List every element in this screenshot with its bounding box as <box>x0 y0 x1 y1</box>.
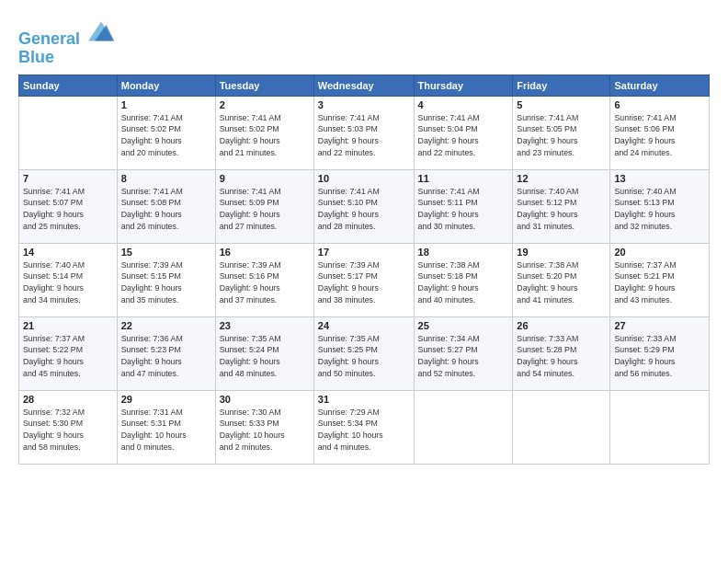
calendar-cell <box>610 390 710 464</box>
weekday-header-monday: Monday <box>117 75 215 96</box>
day-info: Sunrise: 7:39 AMSunset: 5:17 PMDaylight:… <box>318 259 410 306</box>
calendar-cell: 19Sunrise: 7:38 AMSunset: 5:20 PMDayligh… <box>513 243 610 316</box>
calendar-cell: 13Sunrise: 7:40 AMSunset: 5:13 PMDayligh… <box>610 169 710 243</box>
day-info: Sunrise: 7:37 AMSunset: 5:22 PMDaylight:… <box>23 333 113 380</box>
logo-blue: Blue <box>18 49 114 67</box>
day-info: Sunrise: 7:38 AMSunset: 5:18 PMDaylight:… <box>418 259 509 306</box>
calendar-cell: 28Sunrise: 7:32 AMSunset: 5:30 PMDayligh… <box>19 390 118 464</box>
calendar-cell: 11Sunrise: 7:41 AMSunset: 5:11 PMDayligh… <box>414 169 513 243</box>
day-number: 12 <box>517 173 606 184</box>
day-info: Sunrise: 7:41 AMSunset: 5:02 PMDaylight:… <box>121 112 211 159</box>
calendar-week-row: 7Sunrise: 7:41 AMSunset: 5:07 PMDaylight… <box>19 169 710 243</box>
day-number: 21 <box>23 320 113 331</box>
day-number: 9 <box>220 173 310 184</box>
calendar-cell: 15Sunrise: 7:39 AMSunset: 5:15 PMDayligh… <box>117 243 215 316</box>
calendar-week-row: 1Sunrise: 7:41 AMSunset: 5:02 PMDaylight… <box>19 96 710 169</box>
calendar-cell: 26Sunrise: 7:33 AMSunset: 5:28 PMDayligh… <box>513 316 610 390</box>
day-info: Sunrise: 7:34 AMSunset: 5:27 PMDaylight:… <box>418 333 509 380</box>
calendar-cell: 14Sunrise: 7:40 AMSunset: 5:14 PMDayligh… <box>19 243 118 316</box>
day-number: 22 <box>121 320 211 331</box>
day-number: 15 <box>121 247 211 258</box>
day-info: Sunrise: 7:30 AMSunset: 5:33 PMDaylight:… <box>220 407 310 454</box>
calendar-cell: 6Sunrise: 7:41 AMSunset: 5:06 PMDaylight… <box>610 96 710 169</box>
logo-general: General <box>18 29 80 48</box>
day-number: 11 <box>418 173 509 184</box>
day-info: Sunrise: 7:40 AMSunset: 5:12 PMDaylight:… <box>517 186 606 233</box>
day-number: 7 <box>23 173 113 184</box>
calendar-cell <box>513 390 610 464</box>
day-info: Sunrise: 7:33 AMSunset: 5:28 PMDaylight:… <box>517 333 606 380</box>
day-info: Sunrise: 7:40 AMSunset: 5:14 PMDaylight:… <box>23 259 113 306</box>
weekday-header-thursday: Thursday <box>414 75 513 96</box>
day-info: Sunrise: 7:41 AMSunset: 5:02 PMDaylight:… <box>220 112 310 159</box>
calendar-cell: 16Sunrise: 7:39 AMSunset: 5:16 PMDayligh… <box>215 243 313 316</box>
calendar-cell: 25Sunrise: 7:34 AMSunset: 5:27 PMDayligh… <box>414 316 513 390</box>
day-info: Sunrise: 7:31 AMSunset: 5:31 PMDaylight:… <box>121 407 211 454</box>
day-number: 6 <box>614 99 705 110</box>
calendar-cell: 4Sunrise: 7:41 AMSunset: 5:04 PMDaylight… <box>414 96 513 169</box>
day-info: Sunrise: 7:41 AMSunset: 5:07 PMDaylight:… <box>23 186 113 233</box>
weekday-header-tuesday: Tuesday <box>215 75 313 96</box>
day-info: Sunrise: 7:39 AMSunset: 5:15 PMDaylight:… <box>121 259 211 306</box>
calendar-cell: 8Sunrise: 7:41 AMSunset: 5:08 PMDaylight… <box>117 169 215 243</box>
day-info: Sunrise: 7:38 AMSunset: 5:20 PMDaylight:… <box>517 259 606 306</box>
weekday-header-saturday: Saturday <box>610 75 710 96</box>
calendar-table: SundayMondayTuesdayWednesdayThursdayFrid… <box>18 75 710 465</box>
logo-icon <box>88 18 114 44</box>
day-number: 5 <box>517 99 606 110</box>
day-info: Sunrise: 7:41 AMSunset: 5:09 PMDaylight:… <box>220 186 310 233</box>
day-number: 8 <box>121 173 211 184</box>
calendar-cell: 12Sunrise: 7:40 AMSunset: 5:12 PMDayligh… <box>513 169 610 243</box>
day-number: 23 <box>220 320 310 331</box>
day-info: Sunrise: 7:36 AMSunset: 5:23 PMDaylight:… <box>121 333 211 380</box>
day-number: 26 <box>517 320 606 331</box>
day-number: 19 <box>517 247 606 258</box>
day-number: 3 <box>318 99 410 110</box>
day-number: 17 <box>318 247 410 258</box>
day-info: Sunrise: 7:40 AMSunset: 5:13 PMDaylight:… <box>614 186 705 233</box>
calendar-cell: 18Sunrise: 7:38 AMSunset: 5:18 PMDayligh… <box>414 243 513 316</box>
calendar-cell <box>19 96 118 169</box>
calendar-cell: 17Sunrise: 7:39 AMSunset: 5:17 PMDayligh… <box>313 243 414 316</box>
day-info: Sunrise: 7:41 AMSunset: 5:04 PMDaylight:… <box>418 112 509 159</box>
calendar-week-row: 28Sunrise: 7:32 AMSunset: 5:30 PMDayligh… <box>19 390 710 464</box>
day-number: 13 <box>614 173 705 184</box>
calendar-cell: 27Sunrise: 7:33 AMSunset: 5:29 PMDayligh… <box>610 316 710 390</box>
calendar-cell: 31Sunrise: 7:29 AMSunset: 5:34 PMDayligh… <box>313 390 414 464</box>
logo: General Blue <box>18 18 114 67</box>
header: General Blue <box>18 15 710 67</box>
day-number: 27 <box>614 320 705 331</box>
day-info: Sunrise: 7:37 AMSunset: 5:21 PMDaylight:… <box>614 259 705 306</box>
calendar-cell: 5Sunrise: 7:41 AMSunset: 5:05 PMDaylight… <box>513 96 610 169</box>
calendar-cell: 23Sunrise: 7:35 AMSunset: 5:24 PMDayligh… <box>215 316 313 390</box>
day-info: Sunrise: 7:32 AMSunset: 5:30 PMDaylight:… <box>23 407 113 454</box>
calendar-cell: 7Sunrise: 7:41 AMSunset: 5:07 PMDaylight… <box>19 169 118 243</box>
calendar-cell: 24Sunrise: 7:35 AMSunset: 5:25 PMDayligh… <box>313 316 414 390</box>
day-number: 2 <box>220 99 310 110</box>
day-number: 4 <box>418 99 509 110</box>
day-number: 28 <box>23 394 113 405</box>
day-number: 10 <box>318 173 410 184</box>
day-number: 31 <box>318 394 410 405</box>
day-number: 30 <box>220 394 310 405</box>
day-number: 18 <box>418 247 509 258</box>
calendar-cell: 1Sunrise: 7:41 AMSunset: 5:02 PMDaylight… <box>117 96 215 169</box>
day-info: Sunrise: 7:39 AMSunset: 5:16 PMDaylight:… <box>220 259 310 306</box>
calendar-cell <box>414 390 513 464</box>
day-number: 20 <box>614 247 705 258</box>
calendar-cell: 30Sunrise: 7:30 AMSunset: 5:33 PMDayligh… <box>215 390 313 464</box>
day-number: 29 <box>121 394 211 405</box>
calendar-cell: 20Sunrise: 7:37 AMSunset: 5:21 PMDayligh… <box>610 243 710 316</box>
day-info: Sunrise: 7:41 AMSunset: 5:06 PMDaylight:… <box>614 112 705 159</box>
calendar-cell: 10Sunrise: 7:41 AMSunset: 5:10 PMDayligh… <box>313 169 414 243</box>
calendar-cell: 22Sunrise: 7:36 AMSunset: 5:23 PMDayligh… <box>117 316 215 390</box>
day-number: 1 <box>121 99 211 110</box>
day-number: 16 <box>220 247 310 258</box>
weekday-header-sunday: Sunday <box>19 75 118 96</box>
weekday-header-friday: Friday <box>513 75 610 96</box>
page: General Blue SundayMondayTuesdayWednesda… <box>0 0 728 563</box>
calendar-cell: 2Sunrise: 7:41 AMSunset: 5:02 PMDaylight… <box>215 96 313 169</box>
day-info: Sunrise: 7:33 AMSunset: 5:29 PMDaylight:… <box>614 333 705 380</box>
weekday-header-row: SundayMondayTuesdayWednesdayThursdayFrid… <box>19 75 710 96</box>
day-number: 14 <box>23 247 113 258</box>
